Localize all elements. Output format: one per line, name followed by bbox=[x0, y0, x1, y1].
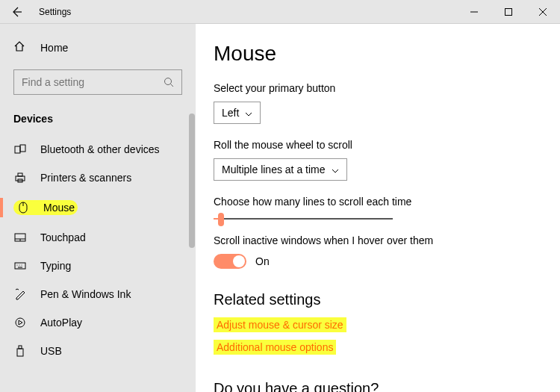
window-controls bbox=[457, 0, 560, 24]
search-input[interactable] bbox=[22, 76, 164, 88]
titlebar: Settings bbox=[0, 0, 560, 24]
svg-rect-23 bbox=[17, 349, 23, 356]
autoplay-icon bbox=[13, 317, 27, 328]
sidebar-item-label: Pen & Windows Ink bbox=[40, 288, 131, 300]
sidebar-scrollbar[interactable] bbox=[188, 24, 196, 392]
sidebar-item-label: Mouse bbox=[43, 202, 75, 214]
usb-icon bbox=[13, 345, 27, 357]
sidebar-item-label: AutoPlay bbox=[40, 317, 82, 329]
svg-rect-22 bbox=[19, 346, 22, 349]
question-heading: Do you have a question? bbox=[214, 380, 542, 392]
svg-rect-9 bbox=[18, 173, 22, 176]
search-box[interactable] bbox=[13, 69, 182, 95]
wheel-label: Roll the mouse wheel to scroll bbox=[214, 139, 542, 151]
pen-icon bbox=[13, 288, 27, 300]
inactive-toggle[interactable] bbox=[214, 254, 246, 269]
sidebar-item-mouse[interactable]: Mouse bbox=[0, 192, 196, 223]
toggle-state: On bbox=[255, 255, 270, 267]
svg-line-5 bbox=[171, 84, 174, 87]
svg-point-4 bbox=[165, 78, 172, 85]
sidebar-item-label: Touchpad bbox=[40, 231, 86, 243]
slider-thumb[interactable] bbox=[218, 213, 224, 226]
close-button[interactable] bbox=[526, 0, 560, 24]
search-icon bbox=[164, 77, 174, 87]
inactive-label: Scroll inactive windows when I hover ove… bbox=[214, 234, 542, 246]
link-adjust-cursor[interactable]: Adjust mouse & cursor size bbox=[214, 317, 346, 332]
sidebar-item-pen[interactable]: Pen & Windows Ink bbox=[0, 280, 196, 308]
dropdown-value: Multiple lines at a time bbox=[222, 164, 326, 175]
primary-button-label: Select your primary button bbox=[214, 82, 542, 94]
page-title: Mouse bbox=[214, 42, 542, 66]
chevron-down-icon bbox=[326, 164, 339, 175]
svg-rect-1 bbox=[505, 8, 512, 15]
touchpad-icon bbox=[13, 233, 27, 242]
svg-rect-7 bbox=[20, 145, 25, 152]
sidebar-item-label: Bluetooth & other devices bbox=[40, 143, 160, 155]
minimize-button[interactable] bbox=[457, 0, 491, 24]
sidebar-item-autoplay[interactable]: AutoPlay bbox=[0, 308, 196, 337]
svg-rect-16 bbox=[15, 263, 25, 269]
window-title: Settings bbox=[39, 7, 71, 17]
minimize-icon bbox=[470, 8, 478, 16]
svg-point-19 bbox=[22, 265, 22, 266]
sidebar-item-label: USB bbox=[40, 345, 62, 357]
primary-button-dropdown[interactable]: Left bbox=[214, 102, 261, 124]
dropdown-value: Left bbox=[222, 107, 239, 119]
home-label: Home bbox=[40, 42, 68, 54]
arrow-left-icon bbox=[10, 6, 22, 18]
printer-icon bbox=[13, 172, 27, 183]
home-icon bbox=[13, 40, 27, 55]
sidebar: Home Devices Bluetooth & other devices P… bbox=[0, 24, 196, 392]
keyboard-icon bbox=[13, 262, 27, 270]
sidebar-item-printers[interactable]: Printers & scanners bbox=[0, 164, 196, 192]
scrollbar-thumb[interactable] bbox=[189, 113, 195, 248]
link-additional-options[interactable]: Additional mouse options bbox=[214, 340, 336, 355]
bluetooth-devices-icon bbox=[13, 144, 27, 155]
svg-point-18 bbox=[19, 265, 20, 266]
toggle-knob bbox=[233, 255, 245, 267]
related-heading: Related settings bbox=[214, 291, 542, 308]
sidebar-item-label: Printers & scanners bbox=[40, 172, 131, 184]
sidebar-item-usb[interactable]: USB bbox=[0, 337, 196, 365]
section-heading: Devices bbox=[0, 108, 196, 135]
close-icon bbox=[539, 8, 547, 16]
svg-point-21 bbox=[16, 318, 25, 327]
sidebar-item-typing[interactable]: Typing bbox=[0, 252, 196, 280]
wheel-dropdown[interactable]: Multiple lines at a time bbox=[214, 158, 347, 181]
lines-slider[interactable] bbox=[214, 218, 393, 220]
content-pane: Mouse Select your primary button Left Ro… bbox=[196, 24, 560, 392]
sidebar-item-touchpad[interactable]: Touchpad bbox=[0, 223, 196, 252]
lines-label: Choose how many lines to scroll each tim… bbox=[214, 196, 542, 208]
sidebar-item-bluetooth[interactable]: Bluetooth & other devices bbox=[0, 135, 196, 164]
maximize-button[interactable] bbox=[491, 0, 526, 24]
sidebar-item-label: Typing bbox=[40, 260, 71, 272]
chevron-down-icon bbox=[239, 107, 252, 119]
svg-point-17 bbox=[17, 265, 18, 266]
svg-rect-8 bbox=[16, 176, 25, 181]
svg-rect-6 bbox=[15, 146, 20, 153]
home-button[interactable]: Home bbox=[0, 33, 196, 62]
back-button[interactable] bbox=[0, 0, 33, 24]
mouse-icon bbox=[16, 202, 30, 214]
maximize-icon bbox=[505, 8, 512, 16]
